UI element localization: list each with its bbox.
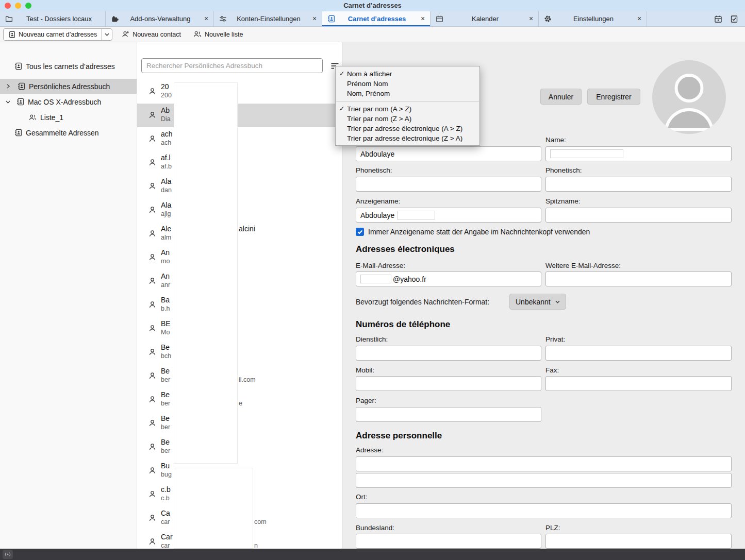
window-title: Carnet d’adresses: [0, 0, 745, 11]
home-phone-input[interactable]: [545, 346, 732, 361]
menu-item-last-first[interactable]: Nom, Prénom: [336, 89, 479, 98]
tasks-pane-icon[interactable]: [730, 15, 738, 23]
contact-list-item[interactable]: Ale alm alcini: [137, 222, 342, 246]
phone-section-title: Numéros de téléphone: [356, 319, 450, 330]
contact-list-item[interactable]: ach ach: [137, 127, 342, 151]
contact-list-item[interactable]: BE Mo: [137, 317, 342, 341]
new-address-book-dropdown-button[interactable]: [102, 28, 112, 41]
check-icon: ✓: [339, 104, 345, 114]
contact-email: car: [161, 542, 170, 549]
contact-list-item[interactable]: Be ber: [137, 412, 342, 435]
address-line1-input[interactable]: [356, 456, 732, 471]
chevron-down-icon: [105, 33, 109, 36]
new-list-button[interactable]: Nouvelle liste: [190, 28, 246, 41]
state-input[interactable]: [356, 534, 541, 549]
work-phone-input[interactable]: [356, 346, 541, 361]
sidebar-item-macos-address-book[interactable]: Mac OS X-Adressbuch: [0, 94, 137, 109]
tab-close-icon[interactable]: ×: [527, 15, 535, 23]
fax-input[interactable]: [545, 376, 732, 391]
tab-mail[interactable]: Test - Dossiers locaux: [0, 11, 106, 26]
contact-name: Be: [161, 414, 170, 422]
contact-list-item[interactable]: Ala dan: [137, 175, 342, 198]
broadcast-status-icon: [3, 550, 13, 559]
email-input[interactable]: @yahoo.fr: [356, 271, 541, 286]
contact-list-item[interactable]: Be bch: [137, 341, 342, 364]
tab-settings[interactable]: Einstellungen ×: [539, 11, 647, 26]
menu-item-display-name-format[interactable]: ✓Nom à afficher: [336, 69, 479, 79]
address-book-icon: [18, 82, 25, 90]
work-phone-label: Dienstlich:: [356, 335, 388, 343]
tab-account-settings[interactable]: Konten-Einstellungen ×: [214, 11, 322, 26]
tab-close-icon[interactable]: ×: [419, 15, 427, 23]
phonetic-last-input[interactable]: [545, 177, 732, 192]
contact-list-item[interactable]: Be ber e: [137, 388, 342, 412]
save-button[interactable]: Enregistrer: [587, 89, 640, 105]
menu-item-first-last[interactable]: Prénom Nom: [336, 79, 479, 89]
sidebar-item-liste-1[interactable]: Liste_1: [0, 110, 137, 125]
contact-list-item[interactable]: af.l af.b: [137, 151, 342, 175]
contact-list-item[interactable]: An anr: [137, 269, 342, 293]
menu-item-sort-email-desc[interactable]: Trier par adresse électronique (Z > A): [336, 133, 479, 143]
cancel-button[interactable]: Annuler: [540, 89, 582, 105]
prefer-display-name-checkbox[interactable]: [356, 228, 364, 236]
email2-input[interactable]: [545, 271, 732, 286]
message-format-select[interactable]: Unbekannt: [509, 294, 566, 310]
contact-name: ach: [161, 130, 173, 138]
avatar[interactable]: [652, 60, 726, 134]
chevron-down-icon[interactable]: [6, 99, 10, 104]
city-input[interactable]: [356, 503, 732, 518]
contact-name: Bu: [161, 462, 170, 470]
contact-name: Ala: [161, 177, 171, 185]
menu-item-sort-name-asc[interactable]: ✓Trier par nom (A > Z): [336, 104, 479, 114]
menu-item-label: Nom, Prénom: [347, 90, 390, 97]
display-name-input[interactable]: Abdoulaye: [356, 208, 541, 223]
person-icon: [148, 348, 156, 356]
first-name-input[interactable]: Abdoulaye: [356, 146, 541, 161]
new-address-book-button[interactable]: Nouveau carnet d’adresses: [3, 28, 102, 41]
contact-name: BE: [161, 319, 171, 328]
tab-address-book[interactable]: Carnet d’adresses ×: [322, 11, 431, 26]
sidebar-item-collected-addresses[interactable]: Gesammelte Adressen: [0, 125, 137, 140]
contact-name: Ab: [161, 106, 170, 114]
contact-list-item[interactable]: Ab Dia: [137, 104, 342, 127]
tab-close-icon[interactable]: ×: [202, 15, 210, 23]
sidebar-item-personal-address-book[interactable]: Persönliches Adressbuch: [0, 79, 137, 94]
person-add-icon: [122, 30, 129, 38]
last-name-input[interactable]: [545, 146, 732, 161]
tab-addons[interactable]: Add-ons-Verwaltung ×: [106, 11, 214, 26]
sidebar-item-all-address-books[interactable]: Tous les carnets d’adresses: [0, 59, 137, 74]
prefer-display-name-row: Immer Anzeigename statt der Angabe im Na…: [356, 228, 590, 236]
contact-email: Dia: [161, 115, 171, 123]
contact-email: ber: [161, 447, 170, 454]
contact-list-item[interactable]: Ala ajlg: [137, 198, 342, 222]
address-books-sidebar: Tous les carnets d’adresses Persönliches…: [0, 42, 137, 549]
tab-close-icon[interactable]: ×: [635, 15, 643, 23]
zip-input[interactable]: [545, 534, 732, 549]
new-list-label: Nouvelle liste: [205, 31, 243, 38]
contact-list-item[interactable]: 20 200: [137, 80, 342, 104]
person-icon: [148, 206, 156, 214]
new-address-book-label: Nouveau carnet d’adresses: [19, 31, 97, 38]
chevron-right-icon[interactable]: [6, 84, 10, 89]
contact-email: ber: [161, 423, 170, 431]
mobile-phone-input[interactable]: [356, 376, 541, 391]
contact-list-item[interactable]: Ba b.h: [137, 293, 342, 317]
new-contact-button[interactable]: Nouveau contact: [119, 28, 184, 41]
search-input[interactable]: [141, 58, 323, 73]
contact-list-item[interactable]: An mo: [137, 246, 342, 269]
tab-close-icon[interactable]: ×: [310, 15, 319, 23]
menu-item-sort-email-asc[interactable]: Trier par adresse électronique (A > Z): [336, 124, 479, 133]
contact-email: anr: [161, 281, 170, 289]
contact-list-item[interactable]: Be ber: [137, 435, 342, 459]
display-options-menu: ✓Nom à afficher Prénom Nom Nom, Prénom ✓…: [335, 66, 480, 146]
tab-calendar[interactable]: Kalender ×: [431, 11, 539, 26]
tab-bar: Test - Dossiers locaux Add-ons-Verwaltun…: [0, 11, 745, 27]
calendar-pane-icon[interactable]: [714, 15, 722, 23]
menu-item-sort-name-desc[interactable]: Trier par nom (Z > A): [336, 114, 479, 124]
contact-list-item[interactable]: Be ber il.com: [137, 364, 342, 388]
sidebar-item-label: Persönliches Adressbuch: [29, 82, 110, 91]
nickname-input[interactable]: [545, 208, 732, 223]
pager-input[interactable]: [356, 407, 541, 422]
phonetic-first-input[interactable]: [356, 177, 541, 192]
address-line2-input[interactable]: [356, 473, 732, 488]
